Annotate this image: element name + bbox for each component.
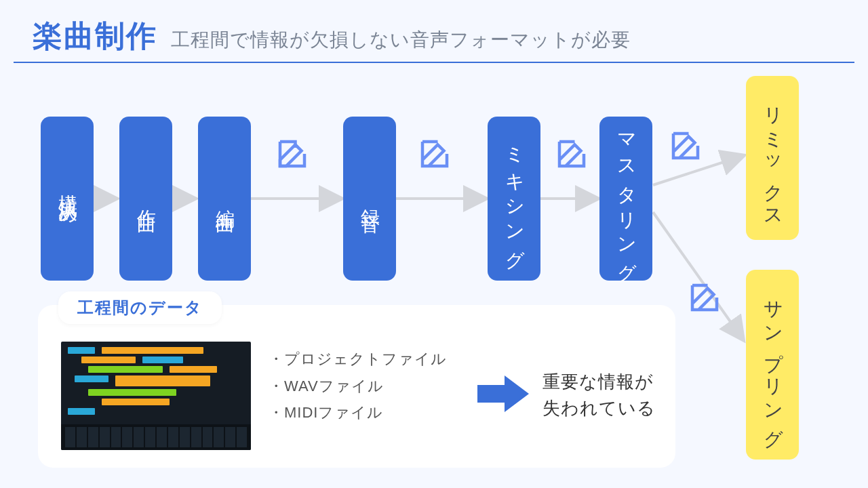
file-item: ・MIDIファイル	[269, 399, 447, 426]
stage-composition-plan: 構成決め	[41, 117, 94, 281]
edit-icon	[553, 136, 590, 172]
conclusion-text: 重要な情報が 失われている	[542, 369, 656, 422]
panel-title: 工程間のデータ	[58, 291, 222, 324]
daw-screenshot	[61, 342, 251, 450]
stage-compose: 作曲	[119, 117, 172, 281]
file-list: ・プロジェクトファイル ・WAVファイル ・MIDIファイル	[269, 346, 447, 426]
slide-header: 楽曲制作 工程間で情報が欠損しない音声フォーマットが必要	[14, 0, 854, 63]
conclusion-line: 重要な情報が	[542, 369, 656, 395]
slide-subtitle: 工程間で情報が欠損しない音声フォーマットが必要	[171, 27, 631, 53]
file-item: ・WAVファイル	[269, 373, 447, 400]
stage-label: 録音	[357, 195, 382, 203]
stage-label: マスタリング	[613, 121, 639, 276]
stage-label: 編曲	[212, 195, 237, 203]
arrow-icon	[477, 375, 529, 412]
edit-icon	[686, 279, 723, 316]
edit-icon	[274, 136, 311, 172]
stage-label: サンプリング	[760, 287, 785, 442]
stage-record: 録音	[343, 117, 396, 281]
edit-icon	[667, 127, 704, 164]
file-item: ・プロジェクトファイル	[269, 346, 447, 373]
slide-title: 楽曲制作	[33, 16, 157, 56]
stage-label: リミックス	[760, 94, 785, 222]
edit-icon	[416, 136, 453, 172]
stage-remix: リミックス	[746, 76, 799, 240]
stage-mastering: マスタリング	[599, 117, 652, 281]
stage-label: ミキシング	[501, 134, 527, 263]
stage-arrange: 編曲	[198, 117, 251, 281]
data-panel: 工程間のデータ ・プロジェクトファイル ・WAVファイル ・MIDIファイル 重…	[38, 305, 675, 468]
stage-label: 構成決め	[54, 180, 80, 218]
stage-sampling: サンプリング	[746, 270, 799, 460]
stage-mixing: ミキシング	[488, 117, 540, 281]
conclusion-line: 失われている	[542, 395, 656, 422]
stage-label: 作曲	[133, 195, 159, 203]
